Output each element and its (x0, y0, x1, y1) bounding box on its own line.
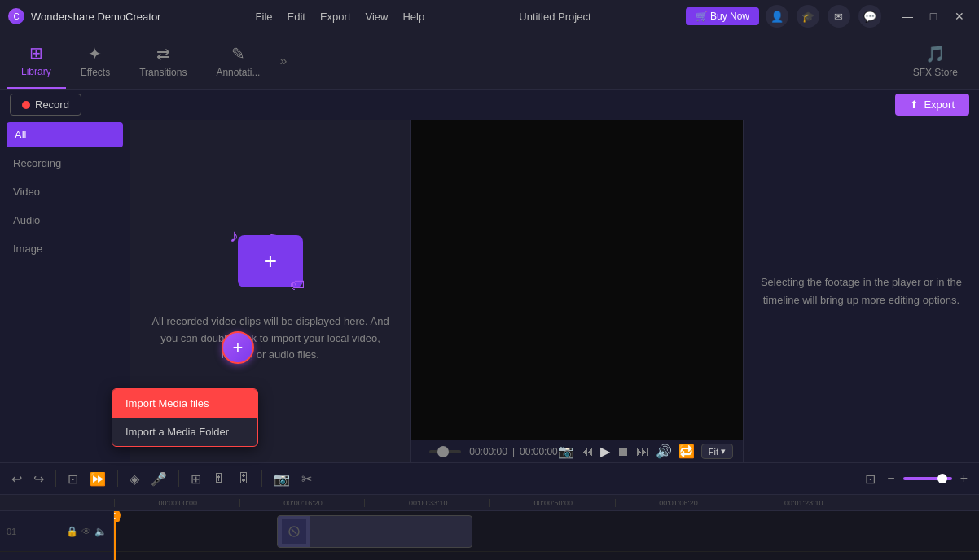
preview-bottom: 00:00:00 | 00:00:00 📷 ⏮ ▶ ⏹ ⏭ 🔊 🔁 Fit ▾ (411, 440, 743, 462)
clip-thumb-icon (282, 519, 306, 544)
fit-button[interactable]: Fit ▾ (701, 444, 733, 459)
window-controls: — □ ✕ (896, 5, 971, 28)
playhead-label: C (114, 511, 120, 522)
play-icon[interactable]: ▶ (600, 444, 610, 459)
toolbar-divider-2 (117, 470, 118, 487)
tag-icon: 🏷 (290, 277, 305, 294)
progress-thumb[interactable] (437, 446, 449, 457)
app-name: Wondershare DemoCreator (31, 11, 160, 23)
next-frame-icon[interactable]: ⏭ (636, 444, 649, 459)
minimize-button[interactable]: — (896, 5, 919, 28)
zoom-in-button[interactable]: + (957, 468, 971, 489)
sidebar-item-image[interactable]: Image (0, 234, 130, 263)
export-label: Export (924, 98, 955, 111)
transitions-icon: ⇄ (156, 44, 170, 63)
toolbar-divider-1 (55, 470, 56, 487)
zoom-slider-thumb[interactable] (937, 474, 947, 483)
media-placeholder: ♪ ♫ + 🏷 All recorded video clips will be… (130, 203, 410, 380)
mark-button[interactable]: ◈ (126, 468, 143, 490)
annotations-icon: ✎ (231, 44, 245, 63)
media-empty-text: All recorded video clips will be display… (147, 313, 394, 364)
library-icon: ⊞ (29, 43, 43, 63)
info-panel: Selecting the footage in the player or i… (743, 120, 979, 462)
track-audio-icon[interactable]: 🔈 (94, 526, 107, 537)
multi-button[interactable]: ⊞ (187, 468, 204, 490)
screenshot-icon[interactable]: 📷 (558, 444, 574, 459)
menu-edit[interactable]: Edit (288, 11, 305, 23)
fit-timeline-button[interactable]: ⊡ (862, 468, 879, 490)
crop-button[interactable]: ⊡ (64, 468, 81, 490)
sidebar-item-all[interactable]: All (7, 122, 123, 147)
mail-icon[interactable]: ✉ (828, 5, 850, 28)
export-button[interactable]: ⬆ Export (895, 94, 969, 116)
export-icon: ⬆ (910, 98, 919, 111)
media-clip-1[interactable] (277, 515, 472, 548)
account-icon[interactable]: 👤 (766, 5, 788, 28)
sidebar-item-audio[interactable]: Audio (0, 206, 130, 234)
tab-transitions[interactable]: ⇄ Transitions (125, 33, 201, 89)
fit-label: Fit (709, 447, 718, 457)
stop-icon[interactable]: ⏹ (617, 444, 630, 459)
volume-icon[interactable]: 🔊 (656, 444, 672, 459)
tracks-content: C Drag and drop media and effects here t… (114, 511, 979, 560)
tab-library-label: Library (21, 66, 51, 77)
track-visibility-icon[interactable]: 👁 (81, 526, 91, 537)
track-lock-icon[interactable]: 🔒 (66, 526, 78, 537)
menu-file[interactable]: File (256, 11, 273, 23)
split-button[interactable]: ✂ (298, 468, 315, 490)
menu-view[interactable]: View (366, 11, 389, 23)
zoom-out-button[interactable]: − (884, 468, 898, 489)
app-logo: C (8, 8, 24, 24)
folder-icon-container: ♪ ♫ + 🏷 (230, 219, 311, 300)
menu-help[interactable]: Help (402, 11, 424, 23)
audio-adj-button[interactable]: 🎚 (209, 468, 229, 489)
playhead: C (114, 511, 116, 560)
sidebar-item-video[interactable]: Video (0, 177, 130, 206)
buy-now-button[interactable]: 🛒 Buy Now (686, 7, 759, 25)
prev-frame-icon[interactable]: ⏮ (581, 444, 594, 459)
snapshot-button[interactable]: 📷 (270, 468, 293, 490)
mic-button[interactable]: 🎤 (147, 468, 170, 490)
import-dropdown-menu: Import Media files Import a Media Folder (112, 388, 258, 447)
menu-export[interactable]: Export (320, 11, 351, 23)
undo-button[interactable]: ↩ (8, 468, 25, 490)
zoom-slider[interactable] (903, 477, 952, 480)
top-bar: Record ⬆ Export (0, 90, 979, 120)
maximize-button[interactable]: □ (922, 5, 945, 28)
ruler-mark-0: 00:00:00:00 (114, 499, 239, 507)
import-media-files-item[interactable]: Import Media files (112, 389, 257, 418)
add-media-button[interactable]: + (222, 331, 254, 364)
support-icon[interactable]: 💬 (858, 5, 881, 28)
tab-annotations[interactable]: ✎ Annotati... (201, 33, 274, 89)
sfxstore-icon: 🎵 (925, 44, 946, 63)
speed-button[interactable]: ⏩ (86, 468, 109, 490)
ruler-mark-2: 00:00:33:10 (364, 499, 490, 507)
import-media-folder-item[interactable]: Import a Media Folder (112, 418, 257, 446)
audio-eq-button[interactable]: 🎛 (234, 468, 253, 489)
close-button[interactable]: ✕ (948, 5, 971, 28)
tab-sfxstore[interactable]: 🎵 SFX Store (898, 33, 972, 89)
tabbar: ⊞ Library ✦ Effects ⇄ Transitions ✎ Anno… (0, 33, 979, 90)
preview-screen (411, 120, 743, 440)
record-button[interactable]: Record (10, 94, 81, 116)
track-row-1 (114, 511, 979, 552)
loop-icon[interactable]: 🔁 (678, 444, 695, 459)
tab-effects[interactable]: ✦ Effects (66, 33, 125, 89)
total-time: 00:00:00 (520, 446, 558, 457)
tab-more-button[interactable]: » (274, 33, 292, 89)
redo-button[interactable]: ↪ (30, 468, 47, 490)
tab-library[interactable]: ⊞ Library (7, 33, 66, 89)
sidebar-content: All Recording Video Audio Image (0, 120, 410, 462)
learn-icon[interactable]: 🎓 (797, 5, 819, 28)
toolbar-divider-3 (178, 470, 179, 487)
titlebar-menu: File Edit Export View Help (256, 11, 425, 23)
ruler-mark-5: 00:01:23:10 (740, 499, 865, 507)
track-number-1: 01 (7, 527, 16, 536)
preview-controls: 📷 ⏮ ▶ ⏹ ⏭ 🔊 🔁 Fit ▾ (558, 444, 733, 459)
preview-progress-bar[interactable] (429, 450, 461, 453)
toolbar-right: ⊡ − + (862, 468, 971, 490)
effects-icon: ✦ (88, 44, 102, 63)
time-display: 00:00:00 | 00:00:00 (469, 446, 558, 457)
sidebar-item-recording[interactable]: Recording (0, 149, 130, 177)
timeline-area: 00:00:00:00 00:00:16:20 00:00:33:10 00:0… (0, 495, 979, 560)
